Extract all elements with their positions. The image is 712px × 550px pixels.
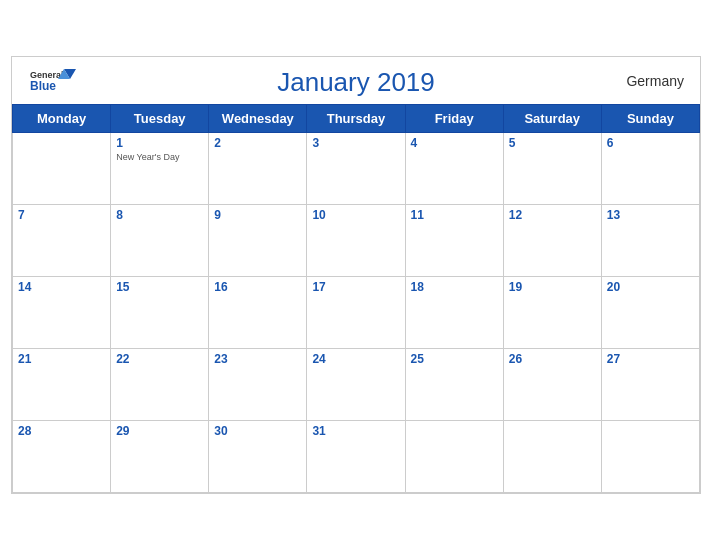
calendar-header: General Blue January 2019 Germany — [12, 57, 700, 104]
day-cell: 25 — [405, 349, 503, 421]
weekday-header-row: MondayTuesdayWednesdayThursdayFridaySatu… — [13, 105, 700, 133]
day-cell: 3 — [307, 133, 405, 205]
day-cell: 27 — [601, 349, 699, 421]
week-row-4: 21222324252627 — [13, 349, 700, 421]
weekday-header-tuesday: Tuesday — [111, 105, 209, 133]
day-cell: 7 — [13, 205, 111, 277]
svg-text:Blue: Blue — [30, 79, 56, 93]
day-number: 31 — [312, 424, 399, 438]
day-number: 15 — [116, 280, 203, 294]
day-number: 24 — [312, 352, 399, 366]
day-number: 7 — [18, 208, 105, 222]
day-cell: 20 — [601, 277, 699, 349]
day-cell: 28 — [13, 421, 111, 493]
weekday-header-wednesday: Wednesday — [209, 105, 307, 133]
day-cell: 9 — [209, 205, 307, 277]
day-cell: 30 — [209, 421, 307, 493]
day-cell: 23 — [209, 349, 307, 421]
day-number: 3 — [312, 136, 399, 150]
week-row-3: 14151617181920 — [13, 277, 700, 349]
day-number: 28 — [18, 424, 105, 438]
calendar-table: MondayTuesdayWednesdayThursdayFridaySatu… — [12, 104, 700, 493]
day-number: 27 — [607, 352, 694, 366]
day-cell: 14 — [13, 277, 111, 349]
logo: General Blue — [28, 65, 76, 101]
week-row-2: 78910111213 — [13, 205, 700, 277]
day-number: 1 — [116, 136, 203, 150]
day-cell — [503, 421, 601, 493]
day-number: 2 — [214, 136, 301, 150]
day-cell — [601, 421, 699, 493]
day-number: 6 — [607, 136, 694, 150]
weekday-header-monday: Monday — [13, 105, 111, 133]
holiday-label: New Year's Day — [116, 152, 203, 163]
day-cell — [405, 421, 503, 493]
day-number: 11 — [411, 208, 498, 222]
day-cell: 15 — [111, 277, 209, 349]
weekday-header-sunday: Sunday — [601, 105, 699, 133]
day-number: 21 — [18, 352, 105, 366]
day-number: 10 — [312, 208, 399, 222]
day-number: 18 — [411, 280, 498, 294]
weekday-header-friday: Friday — [405, 105, 503, 133]
day-number: 29 — [116, 424, 203, 438]
day-number: 26 — [509, 352, 596, 366]
weekday-header-thursday: Thursday — [307, 105, 405, 133]
day-cell: 22 — [111, 349, 209, 421]
day-number: 30 — [214, 424, 301, 438]
day-number: 19 — [509, 280, 596, 294]
day-cell: 31 — [307, 421, 405, 493]
day-number: 13 — [607, 208, 694, 222]
weekday-header-saturday: Saturday — [503, 105, 601, 133]
day-cell: 16 — [209, 277, 307, 349]
logo-icon: General Blue — [28, 65, 76, 101]
day-cell: 26 — [503, 349, 601, 421]
day-cell: 2 — [209, 133, 307, 205]
day-number: 12 — [509, 208, 596, 222]
day-cell: 24 — [307, 349, 405, 421]
day-cell: 17 — [307, 277, 405, 349]
country-label: Germany — [626, 73, 684, 89]
day-cell: 29 — [111, 421, 209, 493]
day-cell: 8 — [111, 205, 209, 277]
day-cell: 21 — [13, 349, 111, 421]
day-cell: 4 — [405, 133, 503, 205]
calendar-container: General Blue January 2019 Germany Monday… — [11, 56, 701, 494]
day-number: 14 — [18, 280, 105, 294]
day-number: 23 — [214, 352, 301, 366]
day-cell: 5 — [503, 133, 601, 205]
day-number: 9 — [214, 208, 301, 222]
day-cell: 12 — [503, 205, 601, 277]
day-cell: 18 — [405, 277, 503, 349]
week-row-5: 28293031 — [13, 421, 700, 493]
day-number: 8 — [116, 208, 203, 222]
day-cell: 19 — [503, 277, 601, 349]
day-number: 5 — [509, 136, 596, 150]
day-number: 25 — [411, 352, 498, 366]
day-number: 16 — [214, 280, 301, 294]
day-cell: 11 — [405, 205, 503, 277]
day-number: 4 — [411, 136, 498, 150]
calendar-title: January 2019 — [277, 67, 435, 98]
day-cell: 6 — [601, 133, 699, 205]
week-row-1: 1New Year's Day23456 — [13, 133, 700, 205]
day-number: 22 — [116, 352, 203, 366]
day-cell: 10 — [307, 205, 405, 277]
day-cell: 1New Year's Day — [111, 133, 209, 205]
day-number: 20 — [607, 280, 694, 294]
day-cell — [13, 133, 111, 205]
day-number: 17 — [312, 280, 399, 294]
day-cell: 13 — [601, 205, 699, 277]
